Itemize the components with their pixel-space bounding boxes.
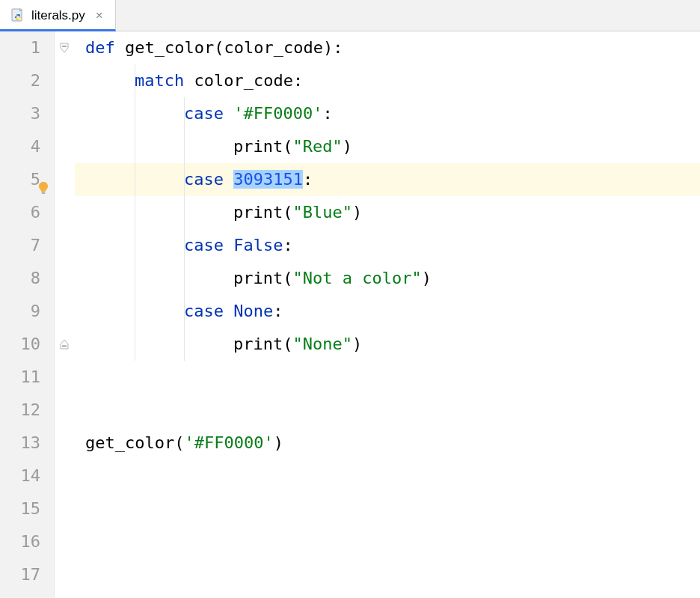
token-punct: ( — [283, 335, 292, 353]
code-line[interactable] — [75, 492, 700, 525]
code-editor[interactable]: 1234567891011121314151617 def get_color(… — [0, 31, 700, 598]
token-builtin: print — [233, 203, 283, 222]
token-str: "Red" — [292, 137, 342, 156]
line-number: 9 — [0, 295, 40, 328]
token-punct: ( — [283, 269, 292, 287]
token-kw: None — [233, 302, 273, 320]
svg-rect-3 — [62, 46, 67, 47]
token-punct: ( — [283, 203, 292, 222]
line-number: 5 — [0, 163, 40, 196]
svg-point-2 — [19, 19, 19, 19]
token-builtin: print — [233, 137, 283, 156]
token-punct: : — [322, 104, 332, 123]
code-line[interactable] — [75, 525, 700, 558]
token-kw: case — [184, 302, 233, 320]
fold-open-icon[interactable] — [58, 41, 71, 55]
line-number: 2 — [0, 64, 40, 97]
line-number: 15 — [0, 492, 40, 525]
line-number: 3 — [0, 97, 40, 130]
token-punct: ) — [343, 137, 352, 156]
token-punct: ) — [352, 203, 362, 222]
line-number: 11 — [0, 361, 40, 394]
token-punct: ( — [283, 137, 292, 156]
token-kw: False — [233, 236, 283, 254]
token-builtin: print — [233, 269, 283, 287]
code-line[interactable]: case 3093151: — [75, 163, 700, 196]
token-punct: ( — [174, 433, 184, 452]
code-line[interactable]: get_color('#FF0000') — [75, 427, 700, 460]
line-number: 12 — [0, 394, 40, 427]
token-str: "Not a color" — [292, 269, 421, 287]
fold-gutter — [55, 31, 75, 598]
code-line[interactable]: print("None") — [75, 328, 700, 361]
line-number: 8 — [0, 262, 40, 295]
code-area[interactable]: def get_color(color_code):match color_co… — [75, 31, 700, 598]
python-file-icon — [10, 8, 25, 23]
token-str: '#FF0000' — [233, 104, 322, 123]
close-icon[interactable]: × — [91, 7, 108, 25]
fold-close-icon[interactable] — [58, 338, 71, 351]
line-number: 7 — [0, 229, 40, 262]
token-num-sel: 3093151 — [233, 170, 303, 189]
tab-filename: literals.py — [31, 8, 85, 23]
token-punct: : — [303, 170, 313, 189]
line-number: 16 — [0, 525, 40, 558]
token-kw: case — [184, 104, 233, 123]
token-builtin: print — [233, 335, 283, 353]
token-str: "Blue" — [292, 203, 351, 222]
line-number: 14 — [0, 460, 40, 492]
line-number: 17 — [0, 558, 40, 591]
token-kw: def — [85, 38, 125, 57]
token-punct: ) — [274, 433, 283, 452]
token-punct: : — [273, 302, 283, 320]
line-number: 4 — [0, 130, 40, 163]
code-line[interactable] — [75, 460, 700, 492]
token-punct: : — [283, 236, 292, 254]
token-kw: match — [135, 71, 194, 90]
code-line[interactable]: match color_code: — [75, 64, 700, 97]
token-punct: ): — [323, 38, 343, 57]
token-punct: ( — [214, 38, 224, 57]
code-line[interactable]: print("Not a color") — [75, 262, 700, 295]
token-ident: color_code — [224, 38, 322, 57]
svg-rect-5 — [62, 346, 67, 347]
code-line[interactable] — [75, 558, 700, 591]
token-punct: : — [293, 71, 303, 90]
svg-point-1 — [17, 14, 18, 15]
token-punct: ) — [422, 269, 432, 287]
token-kw: case — [184, 236, 233, 254]
code-line[interactable] — [75, 361, 700, 394]
code-line[interactable]: def get_color(color_code): — [75, 31, 700, 64]
code-line[interactable]: print("Red") — [75, 130, 700, 163]
token-ident: color_code — [194, 71, 292, 90]
line-number: 1 — [0, 31, 40, 64]
line-number: 6 — [0, 196, 40, 229]
code-line[interactable]: case None: — [75, 295, 700, 328]
tab-bar: literals.py × — [0, 0, 700, 31]
token-fn: get_color — [125, 38, 214, 57]
intention-bulb-icon[interactable] — [37, 173, 50, 206]
token-str: "None" — [292, 335, 351, 353]
token-punct: ) — [352, 335, 362, 353]
line-number-gutter: 1234567891011121314151617 — [0, 31, 55, 598]
token-fn: get_color — [85, 433, 174, 452]
svg-rect-4 — [42, 192, 46, 195]
code-line[interactable] — [75, 394, 700, 427]
token-str: '#FF0000' — [184, 433, 273, 452]
line-number: 13 — [0, 427, 40, 460]
token-kw: case — [184, 170, 233, 189]
line-number: 10 — [0, 328, 40, 361]
file-tab[interactable]: literals.py × — [0, 0, 116, 31]
code-line[interactable]: case '#FF0000': — [75, 97, 700, 130]
code-line[interactable]: case False: — [75, 229, 700, 262]
code-line[interactable]: print("Blue") — [75, 196, 700, 229]
